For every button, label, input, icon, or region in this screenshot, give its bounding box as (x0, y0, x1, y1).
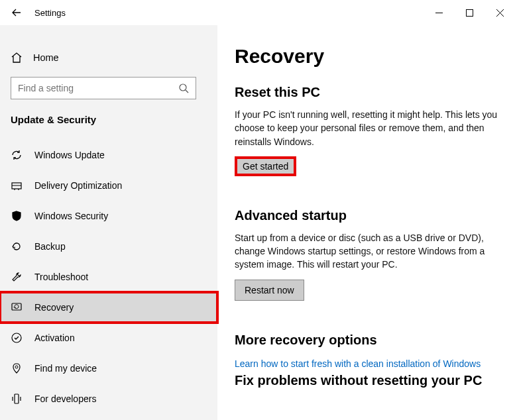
sidebar-item-backup[interactable]: Backup (0, 231, 217, 262)
section-heading: Update & Security (0, 102, 217, 133)
window-title: Settings (34, 8, 66, 18)
sidebar-item-find-my-device[interactable]: Find my device (0, 353, 217, 384)
sidebar-item-label: Backup (34, 241, 66, 252)
maximize-icon (466, 9, 473, 17)
get-started-button[interactable]: Get started (235, 156, 296, 176)
minimize-icon (435, 9, 443, 17)
close-icon (496, 9, 504, 17)
reset-body: If your PC isn't running well, resetting… (235, 108, 498, 148)
clean-install-link[interactable]: Learn how to start fresh with a clean in… (235, 358, 481, 369)
svg-point-4 (12, 333, 21, 342)
sidebar-item-label: Troubleshoot (34, 272, 88, 282)
svg-rect-0 (466, 9, 473, 16)
page-title: Recovery (235, 45, 498, 68)
sidebar-item-recovery[interactable]: Recovery (0, 292, 217, 323)
search-input[interactable] (11, 77, 196, 99)
sidebar-item-label: Delivery Optimization (34, 180, 122, 191)
location-icon (11, 362, 23, 374)
search-field[interactable] (18, 83, 178, 93)
sidebar-item-label: Windows Security (34, 211, 108, 221)
settings-window: Settings Home (0, 0, 515, 420)
maximize-button[interactable] (454, 0, 485, 25)
restart-now-button[interactable]: Restart now (235, 280, 304, 301)
content-pane: Recovery Reset this PC If your PC isn't … (217, 25, 515, 420)
svg-point-1 (180, 84, 186, 91)
delivery-icon (11, 180, 23, 191)
sidebar: Home Update & Security Windows Update (0, 25, 217, 420)
svg-point-5 (15, 366, 18, 368)
sidebar-item-windows-update[interactable]: Windows Update (0, 140, 217, 170)
sidebar-item-delivery-optimization[interactable]: Delivery Optimization (0, 170, 217, 201)
titlebar: Settings (0, 0, 515, 25)
sidebar-item-for-developers[interactable]: For developers (0, 384, 217, 414)
check-circle-icon (11, 332, 23, 344)
search-icon (178, 83, 189, 93)
sync-icon (11, 149, 23, 161)
sidebar-item-label: For developers (34, 394, 96, 404)
home-icon (11, 52, 23, 64)
advanced-heading: Advanced startup (235, 208, 498, 223)
sidebar-item-troubleshoot[interactable]: Troubleshoot (0, 262, 217, 292)
home-nav[interactable]: Home (0, 44, 217, 72)
home-label: Home (33, 52, 59, 63)
sidebar-item-activation[interactable]: Activation (0, 323, 217, 353)
back-button[interactable] (7, 7, 27, 18)
wrench-icon (11, 271, 23, 283)
minimize-button[interactable] (424, 0, 454, 25)
sidebar-item-label: Find my device (34, 363, 97, 374)
svg-rect-6 (15, 394, 19, 403)
advanced-body: Start up from a device or disc (such as … (235, 231, 498, 272)
developers-icon (11, 393, 23, 405)
recovery-icon (11, 301, 23, 313)
sidebar-item-windows-security[interactable]: Windows Security (0, 201, 217, 231)
reset-heading: Reset this PC (235, 85, 498, 100)
sidebar-item-label: Recovery (34, 302, 74, 313)
arrow-left-icon (11, 7, 22, 18)
more-heading: More recovery options (235, 333, 498, 348)
fix-heading: Fix problems without resetting your PC (235, 373, 498, 388)
sidebar-item-label: Windows Update (34, 150, 105, 160)
nav-list: Windows Update Delivery Optimization Win… (0, 140, 217, 414)
close-button[interactable] (485, 0, 515, 25)
backup-icon (11, 240, 23, 252)
sidebar-item-label: Activation (34, 333, 75, 343)
shield-icon (11, 210, 23, 222)
